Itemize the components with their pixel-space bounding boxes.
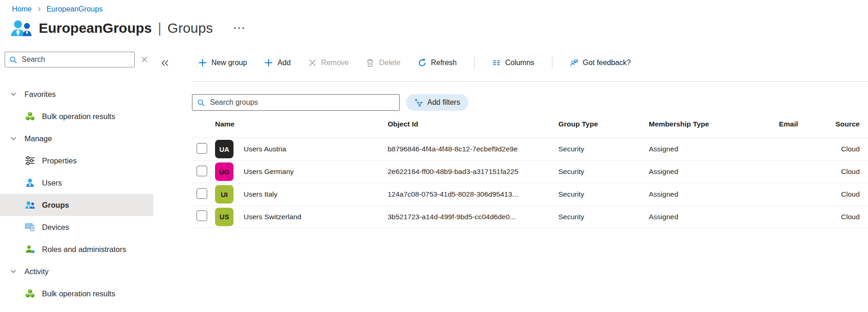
groups-search-box	[192, 94, 400, 111]
group-type: Security	[558, 168, 649, 176]
table-row[interactable]: UAUsers Austriab8796846-4f4a-4f48-8c12-7…	[192, 138, 868, 160]
toolbar-button-columns[interactable]: Columns	[492, 59, 534, 67]
column-header-name[interactable]: Name	[215, 120, 388, 128]
group-source: Cloud	[829, 145, 868, 153]
chevron-down-icon	[10, 268, 17, 275]
sidebar-nav: FavoritesBulk operation resultsManagePro…	[0, 83, 153, 305]
plus-icon	[264, 59, 273, 67]
group-type: Security	[558, 190, 649, 198]
sidebar-search-input[interactable]	[21, 55, 130, 64]
sidebar-item-users[interactable]: Users	[0, 172, 153, 194]
row-checkbox[interactable]	[197, 210, 207, 221]
columns-icon	[492, 59, 501, 67]
feedback-icon	[570, 59, 578, 67]
collapse-sidebar-icon[interactable]	[161, 60, 169, 66]
plus-icon	[198, 59, 207, 67]
group-avatar: UI	[215, 185, 233, 204]
sliders-icon	[25, 156, 35, 166]
groups-search-input[interactable]	[209, 98, 395, 107]
toolbar-button-label: Delete	[379, 59, 400, 67]
toolbar-button-label: Remove	[321, 59, 349, 67]
column-header-group-type[interactable]: Group Type	[558, 120, 649, 128]
toolbar-button-refresh[interactable]: Refresh	[418, 59, 457, 67]
sidebar-item-label: Devices	[42, 223, 69, 232]
cubes-icon	[25, 288, 35, 299]
sidebar-item-bulk-operation-results[interactable]: Bulk operation results	[0, 282, 153, 305]
toolbar-button-label: Columns	[505, 59, 534, 67]
user-icon	[25, 178, 35, 188]
chevron-down-icon	[10, 135, 17, 142]
main-inner: Add filters Name Object Id Group Type Me…	[192, 94, 868, 228]
group-name-link[interactable]: Users Switzerland	[244, 213, 388, 221]
toolbar-button-delete: Delete	[366, 59, 400, 67]
clear-search-icon[interactable]	[141, 56, 148, 63]
avatar-cell: UA	[215, 140, 244, 158]
sidebar-item-label: Users	[42, 179, 62, 187]
group-membership-type: Assigned	[649, 145, 764, 153]
content: FavoritesBulk operation resultsManagePro…	[0, 44, 868, 305]
toolbar-button-new-group[interactable]: New group	[198, 59, 247, 67]
row-checkbox[interactable]	[197, 166, 207, 176]
sidebar-section-label: Activity	[24, 267, 48, 276]
breadcrumb-home-link[interactable]: Home	[12, 5, 32, 13]
sidebar-section-manage[interactable]: Manage	[0, 127, 153, 150]
group-name-link[interactable]: Users Germany	[244, 168, 388, 176]
column-header-source[interactable]: Source	[829, 120, 868, 128]
toolbar-button-got-feedback[interactable]: Got feedback?	[570, 59, 631, 67]
filter-add-icon	[414, 98, 423, 107]
group-source: Cloud	[829, 213, 868, 221]
groups-table-body: UAUsers Austriab8796846-4f4a-4f48-8c12-7…	[192, 138, 868, 228]
group-object-id: 2e622164-ff00-48b9-bad3-a317151fa225	[388, 168, 558, 176]
sidebar-item-devices[interactable]: Devices	[0, 216, 153, 238]
table-row[interactable]: UIUsers Italy124a7c08-0753-41d5-8028-306…	[192, 183, 868, 205]
trash-icon	[366, 59, 374, 67]
toolbar-button-label: Add	[277, 59, 290, 67]
sidebar-item-groups[interactable]: Groups	[0, 194, 153, 216]
column-header-object-id[interactable]: Object Id	[388, 120, 558, 128]
column-header-membership-type[interactable]: Membership Type	[649, 120, 764, 128]
table-row[interactable]: UGUsers Germany2e622164-ff00-48b9-bad3-a…	[192, 160, 868, 183]
toolbar-button-label: Refresh	[431, 59, 457, 67]
sidebar: FavoritesBulk operation resultsManagePro…	[0, 44, 153, 305]
table-row[interactable]: USUsers Switzerland3b521723-a14d-499f-9b…	[192, 205, 868, 228]
sidebar-item-properties[interactable]: Properties	[0, 150, 153, 172]
x-icon	[308, 59, 317, 67]
row-checkbox[interactable]	[197, 143, 207, 154]
sidebar-item-label: Groups	[42, 201, 69, 210]
checkbox-cell	[192, 166, 215, 178]
sidebar-section-activity[interactable]: Activity	[0, 260, 153, 282]
row-checkbox[interactable]	[197, 188, 207, 199]
toolbar-button-remove: Remove	[308, 59, 349, 67]
sidebar-section-favorites[interactable]: Favorites	[0, 83, 153, 105]
group-name-link[interactable]: Users Italy	[244, 190, 388, 198]
avatar-cell: UG	[215, 162, 244, 181]
sidebar-search-box	[5, 52, 135, 67]
group-avatar: US	[215, 208, 233, 226]
sidebar-item-roles-and-administrators[interactable]: Roles and administrators	[0, 238, 153, 260]
group-name-link[interactable]: Users Austria	[244, 145, 388, 153]
avatar-cell: US	[215, 208, 244, 226]
chevron-right-icon	[37, 6, 42, 12]
more-options-icon[interactable]	[233, 26, 245, 30]
chevron-down-icon	[10, 91, 17, 97]
sidebar-item-label: Bulk operation results	[42, 112, 115, 121]
toolbar-buttons: New groupAddRemoveDeleteRefreshColumnsGo…	[198, 57, 648, 69]
sidebar-item-label: Bulk operation results	[42, 289, 115, 298]
column-header-email[interactable]: Email	[764, 120, 829, 128]
page-title: EuropeanGroups | Groups	[39, 20, 213, 36]
search-icon	[197, 99, 205, 107]
page-title-name: EuropeanGroups	[39, 20, 152, 36]
command-bar: New groupAddRemoveDeleteRefreshColumnsGo…	[153, 44, 868, 81]
toolbar-divider-line	[192, 81, 868, 82]
toolbar-button-add[interactable]: Add	[264, 59, 290, 67]
sidebar-item-bulk-operation-results[interactable]: Bulk operation results	[0, 105, 153, 127]
checkbox-cell	[192, 210, 215, 223]
group-membership-type: Assigned	[649, 190, 764, 198]
sidebar-section-label: Favorites	[24, 90, 56, 99]
sidebar-item-label: Roles and administrators	[42, 245, 126, 254]
add-filters-button[interactable]: Add filters	[406, 94, 468, 111]
avatar-cell: UI	[215, 185, 244, 204]
toolbar-button-label: Got feedback?	[583, 59, 631, 67]
breadcrumb-current-link[interactable]: EuropeanGroups	[47, 5, 103, 13]
refresh-icon	[418, 59, 426, 67]
